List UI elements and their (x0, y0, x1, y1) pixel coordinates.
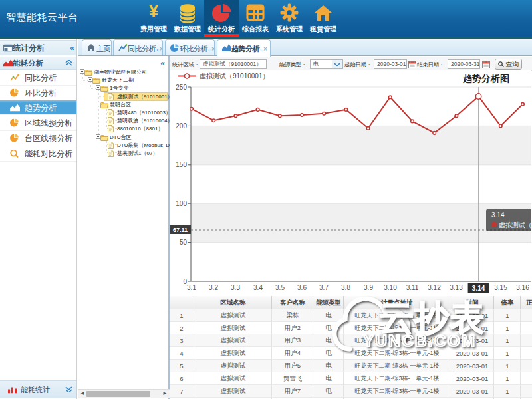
svg-text:3.4: 3.4 (253, 284, 263, 291)
svg-text:3.12: 3.12 (428, 284, 441, 291)
svg-text:3.13: 3.13 (450, 284, 463, 291)
svg-text:3.1: 3.1 (187, 284, 196, 291)
svg-text:3.6: 3.6 (297, 284, 307, 291)
svg-text:3.15: 3.15 (494, 284, 507, 291)
svg-text:50: 50 (180, 239, 188, 246)
svg-text:3.7: 3.7 (319, 284, 329, 291)
svg-text:3.14: 3.14 (472, 285, 485, 292)
svg-text:3.5: 3.5 (275, 284, 285, 291)
svg-text:3.9: 3.9 (364, 284, 373, 291)
svg-text:3.10: 3.10 (384, 284, 397, 291)
svg-text:3.14: 3.14 (491, 211, 505, 219)
svg-text:3.8: 3.8 (341, 284, 350, 291)
svg-text:67.11: 67.11 (173, 227, 188, 233)
svg-text:200: 200 (176, 122, 187, 130)
svg-text:虚拟测试（91010001）: 虚拟测试（91010001） (200, 72, 269, 80)
svg-text:250: 250 (176, 84, 187, 91)
svg-text:趋势分析图: 趋势分析图 (462, 73, 509, 84)
svg-text:3.2: 3.2 (209, 284, 218, 291)
svg-text:3.3: 3.3 (231, 284, 240, 291)
svg-text:3.16: 3.16 (516, 284, 529, 291)
svg-text:虚拟测试（9: 虚拟测试（9 (499, 221, 531, 229)
svg-text:150: 150 (176, 161, 187, 168)
svg-text:100: 100 (176, 200, 187, 207)
svg-text:3.11: 3.11 (406, 284, 419, 291)
